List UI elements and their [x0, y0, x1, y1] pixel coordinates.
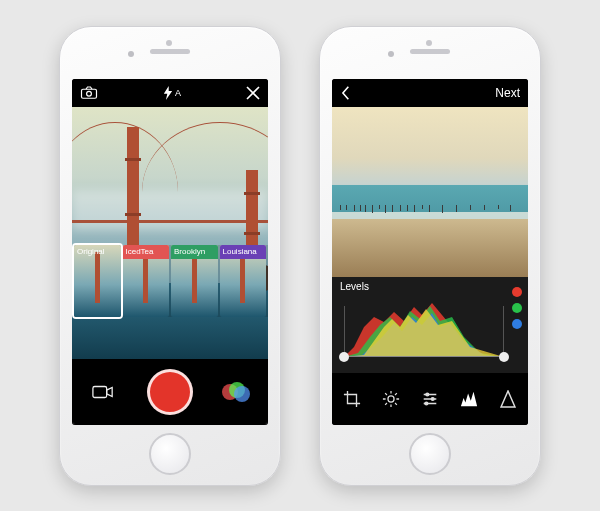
svg-point-6	[425, 402, 428, 405]
camera-screen: A OriginalIcedTeaBrooklynLouisiana	[72, 79, 268, 425]
shutter-button[interactable]	[147, 369, 193, 415]
front-camera	[128, 51, 134, 57]
front-camera	[388, 51, 394, 57]
filter-louisiana[interactable]: Louisiana	[220, 245, 267, 317]
next-button[interactable]: Next	[495, 86, 520, 100]
histogram[interactable]	[344, 297, 504, 357]
channel-blue[interactable]	[512, 319, 522, 329]
camera-top-bar: A	[72, 79, 268, 107]
edit-screen: Next Levels	[332, 79, 528, 425]
filter-icedtea[interactable]: IcedTea	[123, 245, 170, 317]
filter-label: Brooklyn	[171, 245, 218, 259]
levels-panel: Levels	[332, 277, 528, 373]
tool-crop[interactable]	[341, 388, 363, 410]
channel-picker	[512, 287, 522, 329]
flash-toggle[interactable]: A	[98, 86, 246, 100]
filter-label: Louisiana	[220, 245, 267, 259]
levels-axis	[344, 356, 504, 357]
edit-tool-bar	[332, 373, 528, 425]
venn-icon	[222, 382, 252, 402]
camera-bottom-bar	[72, 359, 268, 425]
filter-brooklyn[interactable]: Brooklyn	[171, 245, 218, 317]
phone-frame-camera: A OriginalIcedTeaBrooklynLouisiana	[59, 26, 281, 486]
svg-point-5	[431, 397, 434, 400]
switch-camera-icon[interactable]	[80, 86, 98, 100]
tool-levels[interactable]	[458, 388, 480, 410]
tool-brightness[interactable]	[380, 388, 402, 410]
sensor-dot	[426, 40, 432, 46]
filter-original[interactable]: Original	[74, 245, 121, 317]
levels-label: Levels	[340, 281, 369, 292]
home-button[interactable]	[409, 433, 451, 475]
edit-top-bar: Next	[332, 79, 528, 107]
filter-label: Original	[74, 245, 121, 259]
video-mode-button[interactable]	[86, 379, 120, 405]
svg-rect-2	[93, 386, 107, 397]
svg-rect-0	[82, 89, 97, 98]
back-icon[interactable]	[340, 86, 352, 100]
flash-mode-label: A	[175, 88, 181, 98]
filter-strip: OriginalIcedTeaBrooklynLouisiana	[72, 245, 268, 317]
phone-frame-edit: Next Levels	[319, 26, 541, 486]
levels-handle-right[interactable]	[499, 352, 509, 362]
tool-sharpen[interactable]	[497, 388, 519, 410]
edit-photo[interactable]	[332, 107, 528, 277]
svg-point-4	[426, 393, 429, 396]
channel-green[interactable]	[512, 303, 522, 313]
earpiece	[410, 49, 450, 54]
effects-button[interactable]	[220, 379, 254, 405]
channel-red[interactable]	[512, 287, 522, 297]
filter-label: IcedTea	[123, 245, 170, 259]
earpiece	[150, 49, 190, 54]
home-button[interactable]	[149, 433, 191, 475]
tool-sliders[interactable]	[419, 388, 441, 410]
close-icon[interactable]	[246, 86, 260, 100]
sensor-dot	[166, 40, 172, 46]
svg-point-3	[388, 395, 394, 401]
svg-point-1	[87, 91, 92, 96]
viewfinder[interactable]: OriginalIcedTeaBrooklynLouisiana	[72, 107, 268, 359]
levels-handle-left[interactable]	[339, 352, 349, 362]
